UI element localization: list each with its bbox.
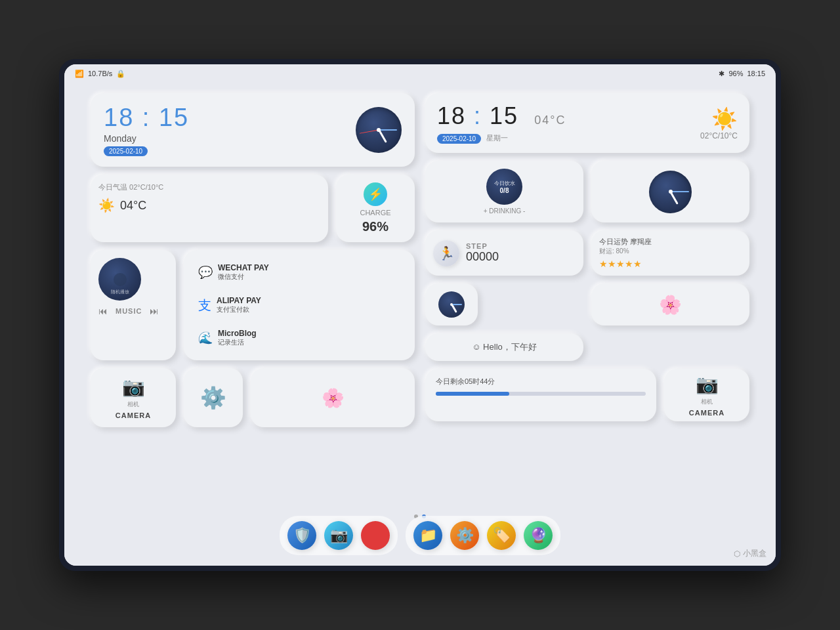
wechat-icon: 💬 <box>198 265 213 280</box>
wl-temp-range: 02°C/10°C <box>700 131 738 140</box>
step-info: STEP 00000 <box>466 242 499 264</box>
weather-large-left: 18 : 15 04°C 2025-02-10 星期一 <box>437 102 566 144</box>
prev-button[interactable]: ⏮ <box>98 306 108 316</box>
second-hand <box>359 130 379 134</box>
clock-date-badge: 2025-02-10 <box>104 146 148 156</box>
dock-icon-stickers[interactable]: 🏷️ <box>487 521 516 550</box>
right-column: 18 : 15 04°C 2025-02-10 星期一 ☀️ <box>425 93 749 500</box>
clock-day: Monday <box>104 133 189 144</box>
microblog-name: MicroBlog <box>218 329 257 338</box>
horoscope-title: 今日运势 摩羯座 <box>599 237 742 247</box>
watch-min <box>452 304 462 305</box>
watch-widget[interactable] <box>425 284 478 326</box>
timer-widget[interactable]: 今日剩余05时44分 <box>425 369 656 421</box>
clock-center-dot <box>377 128 381 132</box>
charge-label: CHARGE <box>360 209 390 217</box>
bottom-left-row: 📷 相机 CAMERA ⚙️ 🌸 <box>91 368 415 427</box>
hello-widget[interactable]: ☺ Hello，下午好 <box>425 333 583 361</box>
watermark: ⬡ 小黑盒 <box>734 548 766 559</box>
settings-icon: ⚙️ <box>200 385 226 410</box>
weather-widget[interactable]: 今日气温 02°C/10°C ☀️ 04°C <box>91 175 328 242</box>
minute-hand <box>379 129 397 131</box>
dock-group-left: 🛡️ 📷 <box>280 516 398 555</box>
widget-area: 18 : 15 Monday 2025-02-10 <box>91 93 749 500</box>
analog-clock-right[interactable] <box>591 161 749 222</box>
dock-icon-settings[interactable]: ⚙️ <box>450 521 479 550</box>
timer-fill <box>436 392 509 396</box>
camera-label-right: CAMERA <box>689 409 724 417</box>
dock-icon-files[interactable]: 📁 <box>413 521 442 550</box>
music-widget[interactable]: 随机播放 ⏮ MUSIC ⏭ <box>91 250 176 360</box>
dock-icon-app[interactable] <box>361 521 390 550</box>
dock-icon-spiral[interactable]: 🔮 <box>524 521 553 550</box>
drink-circle: 今日饮水 0/8 <box>486 169 522 205</box>
step-widget[interactable]: 🏃 STEP 00000 <box>425 230 583 276</box>
battery-indicator: 96% <box>728 70 743 77</box>
alipay[interactable]: 支 ALIPAY PAY 支付宝付款 <box>192 291 407 320</box>
horoscope-widget[interactable]: 今日运势 摩羯座 财运: 80% ★★★★★ <box>591 230 749 276</box>
charge-icon: ⚡ <box>364 182 387 206</box>
next-button[interactable]: ⏭ <box>150 306 159 316</box>
watermark-logo: ⬡ <box>734 549 740 558</box>
microblog[interactable]: 🌊 MicroBlog 记录生活 <box>192 324 407 352</box>
drink-clock-row: 今日饮水 0/8 + DRINKING - <box>425 161 749 222</box>
weather-temp: 04°C <box>120 199 146 213</box>
wl-sun-icon: ☀️ <box>711 107 738 131</box>
horoscope-stars: ★★★★★ <box>599 259 742 269</box>
weather-charge-row: 今日气温 02°C/10°C ☀️ 04°C ⚡ CHARGE 96% <box>91 175 415 242</box>
camera-widget-left[interactable]: 📷 相机 CAMERA <box>91 368 176 427</box>
horoscope-luck: 财运: 80% <box>599 247 742 256</box>
hello-text: ☺ Hello，下午好 <box>472 341 537 353</box>
home-screen: 18 : 15 Monday 2025-02-10 <box>64 83 776 566</box>
wechat-pay[interactable]: 💬 WECHAT PAY 微信支付 <box>192 258 407 287</box>
clock-widget-large[interactable]: 18 : 15 Monday 2025-02-10 <box>91 93 415 167</box>
wifi-speed: 10.7B/s <box>88 70 112 77</box>
weather-large-widget[interactable]: 18 : 15 04°C 2025-02-10 星期一 ☀️ <box>425 93 749 153</box>
dock-icon-security[interactable]: 🛡️ <box>287 521 316 550</box>
step-horoscope-row: 🏃 STEP 00000 今日运势 摩羯座 财运: 80% ★★★★★ <box>425 230 749 276</box>
watch-center <box>450 303 453 306</box>
drink-widget[interactable]: 今日饮水 0/8 + DRINKING - <box>425 161 583 222</box>
camera-widget-right[interactable]: 📷 相机 CAMERA <box>664 369 749 421</box>
payment-widget[interactable]: 💬 WECHAT PAY 微信支付 支 ALIPAY PAY <box>184 250 415 360</box>
clock-text: 18 : 15 Monday 2025-02-10 <box>104 104 189 156</box>
clock-minutes: 15 <box>159 104 189 131</box>
music-label: MUSIC <box>116 307 142 315</box>
music-disc: 随机播放 <box>98 258 141 301</box>
camera-label-left: CAMERA <box>116 411 151 419</box>
drink-count: 0/8 <box>494 187 515 194</box>
dock: 🛡️ 📷 📁 ⚙️ 🏷️ 🔮 <box>280 516 560 555</box>
watch-photos-hello-row: 🌸 ☺ Hello，下午好 <box>425 284 749 361</box>
weather-large-right: ☀️ 02°C/10°C <box>700 106 738 140</box>
wl-temp-current: 04°C <box>534 114 566 127</box>
settings-widget[interactable]: ⚙️ <box>184 368 243 427</box>
watermark-text: 小黑盒 <box>743 548 766 559</box>
dock-icon-camera[interactable]: 📷 <box>324 521 353 550</box>
status-bar: 📶 10.7B/s 🔒 ✱ 96% 18:15 <box>64 64 776 83</box>
camera-icon-right: 📷 <box>696 373 719 395</box>
camera-icon-left: 📷 <box>122 376 145 398</box>
minute-hand-2 <box>671 191 689 192</box>
timer-camera-row: 今日剩余05时44分 📷 相机 CAMERA <box>425 369 749 421</box>
drink-text: 今日饮水 0/8 <box>494 180 515 194</box>
microblog-info: MicroBlog 记录生活 <box>218 329 257 347</box>
wechat-sub: 微信支付 <box>218 272 269 282</box>
camera-label-top-right: 相机 <box>701 398 713 406</box>
wl-date-badge: 2025-02-10 <box>437 134 481 144</box>
photos-widget-right[interactable]: 🌸 <box>591 284 749 326</box>
microblog-icon: 🌊 <box>198 331 213 345</box>
photos-widget-left[interactable]: 🌸 <box>251 368 415 427</box>
drink-title: 今日饮水 <box>494 180 515 187</box>
clock-center-2 <box>669 190 673 194</box>
status-time: 18:15 <box>747 70 765 77</box>
timer-progress-bar <box>436 392 646 396</box>
clock-time: 18 : 15 <box>104 104 189 132</box>
photos-icon-left: 🌸 <box>322 387 345 409</box>
camera-label-top-left: 相机 <box>127 400 139 409</box>
watch-face <box>438 291 465 318</box>
photos-icon-right: 🌸 <box>659 294 682 316</box>
wechat-name: WECHAT PAY <box>218 263 269 272</box>
wifi-icon: 📶 <box>75 70 84 78</box>
charge-widget[interactable]: ⚡ CHARGE 96% <box>336 175 415 242</box>
drink-controls: + DRINKING - <box>484 207 526 215</box>
